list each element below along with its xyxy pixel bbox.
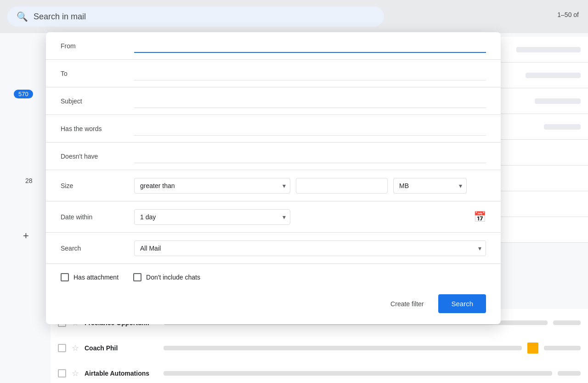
mail-checkbox[interactable] — [58, 344, 66, 352]
unread-badge: 570 — [14, 90, 33, 98]
has-attachment-checkbox[interactable]: Has attachment — [61, 273, 119, 281]
date-within-row: Date within 1 day 3 days 1 week 2 weeks … — [46, 201, 501, 233]
doesnt-have-input[interactable] — [134, 149, 486, 163]
size-operator-wrapper: greater than less than — [134, 178, 290, 194]
star-icon[interactable]: ☆ — [72, 343, 79, 353]
has-the-words-input[interactable] — [134, 122, 486, 136]
calendar-icon[interactable]: 📅 — [474, 211, 486, 223]
count-label: 1–50 of — [557, 11, 579, 18]
date-select-wrapper: 1 day 3 days 1 week 2 weeks 1 month 2 mo… — [134, 209, 290, 225]
size-operator-select[interactable]: greater than less than — [134, 178, 290, 194]
has-the-words-row: Has the words — [46, 115, 501, 143]
search-icon: 🔍 — [17, 11, 28, 22]
mail-sender: Coach Phil — [85, 344, 158, 352]
has-attachment-label: Has attachment — [74, 274, 119, 281]
advanced-search-modal: From To Subject Has the words Doesn't ha… — [46, 32, 501, 324]
search-bar-text: Search in mail — [34, 12, 86, 22]
mail-sender: Airtable Automations — [85, 370, 158, 377]
star-icon[interactable]: ☆ — [72, 368, 79, 378]
to-label: To — [61, 70, 134, 77]
size-label: Size — [61, 182, 134, 189]
mail-checkbox[interactable] — [58, 369, 66, 377]
size-unit-select[interactable]: MB KB Bytes — [393, 178, 467, 194]
dont-include-chats-box[interactable] — [133, 273, 141, 281]
from-label: From — [61, 42, 134, 50]
mail-accent — [527, 343, 538, 354]
modal-footer: Create filter Search — [46, 291, 501, 313]
mail-preview — [164, 346, 522, 350]
search-in-row: Search All Mail Inbox Sent Mail Drafts S… — [46, 233, 501, 264]
mail-row[interactable]: ☆ Airtable Automations — [51, 360, 588, 383]
date-within-label: Date within — [61, 213, 134, 221]
checkboxes-row: Has attachment Don't include chats — [46, 264, 501, 291]
subject-row: Subject — [46, 87, 501, 115]
search-button[interactable]: Search — [438, 294, 486, 313]
search-bar-area: 🔍 Search in mail — [0, 0, 588, 33]
mail-preview-2 — [558, 371, 581, 376]
mail-row[interactable]: ☆ Coach Phil — [51, 334, 588, 362]
create-filter-button[interactable]: Create filter — [383, 296, 431, 312]
doesnt-have-row: Doesn't have — [46, 143, 501, 170]
dont-include-chats-label: Don't include chats — [146, 274, 200, 281]
from-input[interactable] — [134, 39, 486, 53]
date-within-select[interactable]: 1 day 3 days 1 week 2 weeks 1 month 2 mo… — [134, 209, 290, 225]
mail-preview-2 — [553, 320, 581, 325]
has-attachment-box[interactable] — [61, 273, 69, 281]
mail-preview — [164, 371, 552, 376]
search-in-label: Search — [61, 245, 134, 252]
to-input[interactable] — [134, 67, 486, 80]
mail-preview-2 — [544, 346, 581, 350]
search-in-select[interactable]: All Mail Inbox Sent Mail Drafts Spam Tra… — [134, 240, 486, 256]
dont-include-chats-checkbox[interactable]: Don't include chats — [133, 273, 200, 281]
search-bar[interactable]: 🔍 Search in mail — [7, 6, 384, 27]
size-value-input[interactable] — [296, 178, 388, 194]
from-row: From — [46, 32, 501, 60]
row-number-28: 28 — [25, 177, 33, 184]
subject-label: Subject — [61, 97, 134, 105]
size-row: Size greater than less than MB KB Bytes — [46, 170, 501, 201]
doesnt-have-label: Doesn't have — [61, 153, 134, 160]
size-unit-wrapper: MB KB Bytes — [393, 178, 467, 194]
add-icon[interactable]: + — [23, 230, 29, 242]
sidebar-left — [0, 37, 51, 383]
to-row: To — [46, 60, 501, 87]
has-the-words-label: Has the words — [61, 125, 134, 132]
subject-input[interactable] — [134, 94, 486, 108]
search-in-select-wrapper: All Mail Inbox Sent Mail Drafts Spam Tra… — [134, 240, 486, 256]
